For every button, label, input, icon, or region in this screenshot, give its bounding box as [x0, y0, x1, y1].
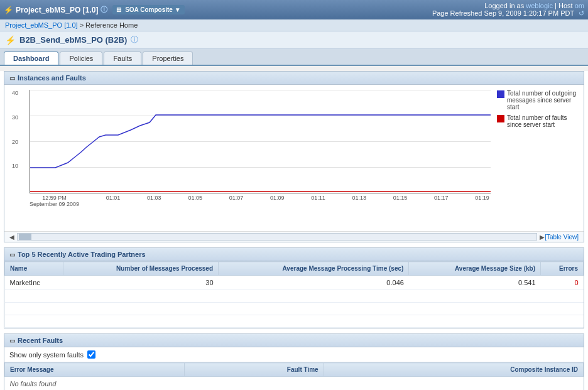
header-info-icon[interactable]: ⓘ — [101, 5, 107, 14]
scroll-right-arrow[interactable]: ▶ — [540, 234, 545, 241]
legend-item-faults: Total number of faults since server star… — [497, 114, 579, 128]
show-system-faults-label: Show only system faults — [9, 351, 84, 359]
recent-faults-section: ▭ Recent Faults Show only system faults … — [4, 333, 584, 390]
project-title: Project_ebMS_PO [1.0] — [16, 6, 98, 14]
main-content: ▭ Instances and Faults 40 30 20 10 — [0, 71, 588, 390]
no-faults-row: No faults found — [5, 377, 584, 391]
no-faults-text: No faults found — [5, 377, 584, 391]
tab-faults[interactable]: Faults — [104, 51, 141, 65]
faults-table: Error Message Fault Time Composite Insta… — [4, 362, 584, 390]
legend-text-faults: Total number of faults since server star… — [507, 114, 579, 128]
scroll-handle — [19, 234, 31, 240]
col-header-composite-id: Composite Instance ID — [324, 363, 583, 377]
col-header-fault-time: Fault Time — [185, 363, 324, 377]
col-header-message-size: Average Message Size (kb) — [409, 262, 541, 276]
refresh-icon[interactable]: ↺ — [579, 9, 584, 17]
trading-partners-table: Name Number of Messages Processed Averag… — [4, 261, 584, 328]
chart-container — [30, 90, 491, 193]
trading-partners-section: ▭ Top 5 Recently Active Trading Partners… — [4, 247, 584, 328]
chart-wrapper: 40 30 20 10 — [30, 90, 491, 207]
empty-row — [5, 290, 584, 303]
legend-color-faults — [497, 115, 504, 122]
user-link[interactable]: weblogic — [526, 2, 553, 9]
header-right: Logged in as weblogic | Host om Page Ref… — [432, 2, 584, 18]
legend-text-outgoing: Total number of outgoing messages since … — [507, 90, 579, 111]
trading-partners-title: Top 5 Recently Active Trading Partners — [18, 251, 146, 258]
tabs-bar: Dashboard Policies Faults Properties — [0, 49, 588, 66]
b2b-icon: ⚡ — [5, 35, 16, 45]
cell-processing-time: 0.046 — [219, 276, 409, 290]
col-header-error-message: Error Message — [5, 363, 185, 377]
breadcrumb-current: Reference Home — [85, 21, 138, 29]
table-header-row: Name Number of Messages Processed Averag… — [5, 262, 584, 276]
refresh-label: Page Refreshed Sep 9, 2009 1:20:17 PM PD… — [432, 9, 574, 17]
cell-message-size: 0.541 — [409, 276, 541, 290]
page-info-icon[interactable]: ⓘ — [131, 35, 138, 45]
page-title: B2B_Send_ebMS_PO (B2B) — [19, 35, 127, 45]
soa-icon: ⊞ — [116, 6, 121, 13]
legend-color-outgoing — [497, 90, 504, 98]
collapse-icon[interactable]: ▭ — [9, 75, 15, 82]
header-bar: ⚡ Project_ebMS_PO [1.0] ⓘ ⊞ SOA Composit… — [0, 0, 588, 19]
table-view-link[interactable]: [Table View] — [545, 234, 579, 241]
breadcrumb-separator: > — [80, 21, 85, 29]
breadcrumb-project-link[interactable]: Project_ebMS_PO [1.0] — [5, 21, 78, 29]
recent-faults-title: Recent Faults — [18, 337, 63, 344]
legend-item-outgoing: Total number of outgoing messages since … — [497, 90, 579, 111]
y-axis: 40 30 20 10 — [12, 90, 18, 193]
table-row: MarketInc 30 0.046 0.541 0 — [5, 276, 584, 290]
header-title: ⚡ Project_ebMS_PO [1.0] ⓘ ⊞ SOA Composit… — [4, 5, 185, 14]
chart-svg — [30, 90, 491, 193]
instances-faults-section: ▭ Instances and Faults 40 30 20 10 — [4, 71, 584, 242]
show-system-faults-checkbox[interactable] — [87, 350, 95, 359]
instances-faults-title: Instances and Faults — [18, 74, 86, 82]
tab-properties[interactable]: Properties — [143, 51, 193, 65]
soa-composite-btn[interactable]: ⊞ SOA Composite ▼ — [112, 5, 184, 14]
collapse-icon-tp[interactable]: ▭ — [9, 251, 15, 258]
col-header-errors: Errors — [541, 262, 584, 276]
empty-row — [5, 315, 584, 328]
trading-partners-header: ▭ Top 5 Recently Active Trading Partners — [4, 248, 584, 261]
breadcrumb: Project_ebMS_PO [1.0] > Reference Home — [0, 19, 588, 31]
om-link[interactable]: om — [575, 2, 584, 9]
scroll-left-arrow[interactable]: ◀ — [9, 234, 14, 241]
collapse-icon-rf[interactable]: ▭ — [9, 337, 15, 344]
project-icon: ⚡ — [4, 6, 13, 14]
col-header-messages: Number of Messages Processed — [63, 262, 218, 276]
col-header-name: Name — [5, 262, 63, 276]
faults-header-row: Error Message Fault Time Composite Insta… — [5, 363, 584, 377]
logged-in-label: Logged in as — [484, 2, 524, 9]
empty-row — [5, 303, 584, 315]
chart-nav: ◀ ▶ [Table View] — [4, 231, 584, 242]
recent-faults-header: ▭ Recent Faults — [4, 334, 584, 347]
tab-dashboard[interactable]: Dashboard — [4, 51, 58, 65]
cell-name: MarketInc — [5, 276, 63, 290]
scroll-bar[interactable] — [17, 233, 537, 241]
cell-errors: 0 — [541, 276, 584, 290]
instances-faults-header: ▭ Instances and Faults — [4, 72, 584, 85]
host-label: Host — [558, 2, 573, 9]
chart-legend: Total number of outgoing messages since … — [491, 90, 579, 226]
page-title-bar: ⚡ B2B_Send_ebMS_PO (B2B) ⓘ — [0, 31, 588, 49]
tab-policies[interactable]: Policies — [60, 51, 102, 65]
chart-area: 40 30 20 10 — [4, 85, 584, 231]
show-faults-bar: Show only system faults — [4, 347, 584, 362]
col-header-processing-time: Average Message Processing Time (sec) — [219, 262, 409, 276]
cell-messages: 30 — [63, 276, 218, 290]
x-axis: 12:59 PM September 09 2009 01:01 01:03 0… — [30, 195, 491, 207]
